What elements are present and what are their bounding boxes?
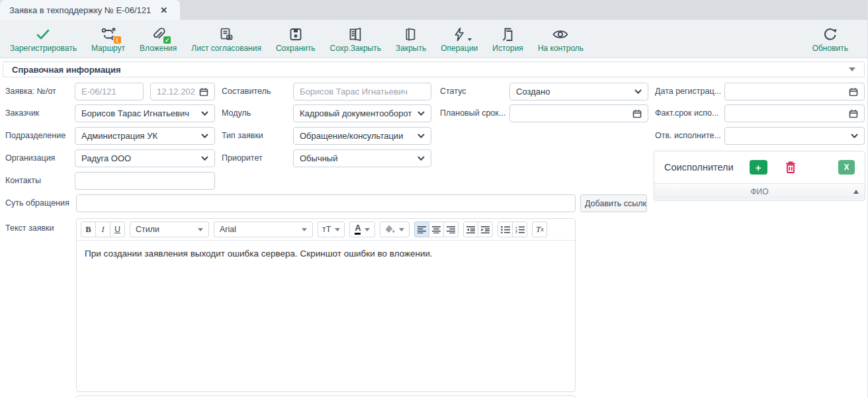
check-icon xyxy=(35,26,51,42)
chevron-down-icon xyxy=(201,111,208,116)
module-select[interactable]: Кадровый документооборот xyxy=(293,104,431,122)
collapse-chevron-icon[interactable] xyxy=(849,67,855,71)
underline-button[interactable]: U xyxy=(110,221,125,237)
history-icon xyxy=(500,26,516,42)
attachments-button[interactable]: ✓ Вложения xyxy=(132,24,184,55)
numbered-list-button[interactable]: 123 xyxy=(512,221,527,237)
calendar-icon[interactable] xyxy=(632,109,642,118)
close-button[interactable]: Закрыть xyxy=(388,24,433,55)
organization-label: Организация xyxy=(5,153,55,163)
subject-field[interactable] xyxy=(76,194,576,212)
customer-label: Заказчик xyxy=(5,108,39,118)
calendar-icon[interactable] xyxy=(849,87,858,97)
export-excel-button[interactable]: X xyxy=(838,160,855,175)
align-group xyxy=(414,221,458,237)
tab-close-icon[interactable]: ✕ xyxy=(160,6,167,15)
customer-select[interactable]: Борисов Тарас Игнатьевич xyxy=(75,104,215,122)
rich-text-editor: B I U Стили Arial тТ A xyxy=(76,218,576,392)
add-coexecutor-button[interactable]: + xyxy=(750,160,767,175)
align-left-button[interactable] xyxy=(414,221,429,237)
subject-label: Суть обращения xyxy=(5,198,69,208)
approval-sheet-button[interactable]: Лист согласования xyxy=(184,24,269,55)
request-number-field[interactable]: Е-06/121 xyxy=(75,83,144,100)
chevron-down-icon xyxy=(198,228,203,231)
save-close-button[interactable]: Сохр.Закрыть xyxy=(323,24,388,55)
control-button[interactable]: На контроль xyxy=(531,24,591,55)
calendar-icon[interactable] xyxy=(199,87,208,97)
coexecutors-header: Соисполнители + X xyxy=(654,151,865,183)
registration-date-field[interactable] xyxy=(724,83,865,100)
background-color-button[interactable] xyxy=(380,221,410,237)
department-label: Подразделение xyxy=(5,131,65,140)
save-icon xyxy=(288,26,304,42)
contacts-label: Контакты xyxy=(5,176,41,185)
indent-button[interactable] xyxy=(478,221,493,237)
contacts-field[interactable] xyxy=(75,172,215,190)
route-button[interactable]: ! Маршрут xyxy=(84,24,132,55)
align-right-button[interactable] xyxy=(443,221,458,237)
planned-term-field[interactable] xyxy=(509,104,648,122)
list-group: 123 xyxy=(498,221,527,237)
chevron-down-icon xyxy=(417,156,425,161)
chevron-down-icon xyxy=(201,156,208,161)
font-family-select[interactable]: Arial xyxy=(214,221,313,237)
delete-coexecutor-button[interactable] xyxy=(785,161,797,174)
chevron-down-icon xyxy=(365,228,370,231)
author-field[interactable]: Борисов Тарас Игнатьевич xyxy=(293,83,431,100)
request-type-select[interactable]: Обращение/консультации xyxy=(293,127,431,145)
fact-term-field[interactable] xyxy=(724,104,865,122)
main-toolbar: Зарегистрировать ! Маршрут ✓ Вложения xyxy=(0,20,867,58)
priority-label: Приоритет xyxy=(222,153,263,163)
operations-button[interactable]: Операции xyxy=(433,24,485,55)
refresh-icon xyxy=(822,26,838,42)
clear-formatting-button[interactable]: Tx xyxy=(532,221,547,237)
body-text-label: Текст заявки xyxy=(5,223,54,233)
styles-select[interactable]: Стили xyxy=(130,221,209,237)
next-section-edge xyxy=(76,395,576,398)
tab-active[interactable]: Заявка в техподдержку № Е-06/121 ✕ xyxy=(0,0,180,20)
sort-ascending-icon xyxy=(853,190,859,194)
clear-group: Tx xyxy=(532,221,547,237)
history-button[interactable]: История xyxy=(485,24,531,55)
organization-select[interactable]: Радуга ООО xyxy=(75,149,215,167)
outdent-button[interactable] xyxy=(463,221,478,237)
chevron-down-icon xyxy=(417,111,425,116)
request-date-field[interactable]: 12.12.2022 xyxy=(150,83,215,100)
coexecutors-panel: Соисполнители + X ФИО xyxy=(654,151,865,201)
approval-sheet-icon xyxy=(218,26,234,42)
align-center-button[interactable] xyxy=(429,221,444,237)
refresh-button[interactable]: Обновить xyxy=(805,24,855,55)
coexecutors-column-header-fio[interactable]: ФИО xyxy=(654,183,865,200)
indent-group xyxy=(463,221,493,237)
text-color-button[interactable]: A xyxy=(349,221,375,237)
bullet-list-button[interactable] xyxy=(498,221,513,237)
section-header-reference-info[interactable]: Справочная информация xyxy=(3,61,865,77)
app-window: Заявка в техподдержку № Е-06/121 ✕ Зарег… xyxy=(0,0,868,398)
chevron-down-icon xyxy=(634,89,642,95)
chevron-down-icon xyxy=(851,134,858,139)
register-button[interactable]: Зарегистрировать xyxy=(3,24,84,55)
chevron-down-icon xyxy=(302,228,307,231)
author-label: Составитель xyxy=(222,87,271,96)
editor-body-text[interactable]: При создании заявления выходит ошибка се… xyxy=(77,241,575,391)
add-link-button[interactable]: Добавить ссылку xyxy=(580,194,647,212)
responsible-label: Отв. исполните... xyxy=(655,131,721,140)
calendar-icon[interactable] xyxy=(849,109,858,118)
eye-icon xyxy=(552,26,569,42)
status-select[interactable]: Создано xyxy=(509,83,648,100)
italic-button[interactable]: I xyxy=(95,221,110,237)
close-door-icon xyxy=(403,26,419,42)
responsible-select[interactable] xyxy=(724,127,865,145)
tab-bar: Заявка в техподдержку № Е-06/121 ✕ xyxy=(0,0,867,20)
save-button[interactable]: Сохранить xyxy=(269,24,323,55)
bold-button[interactable]: B xyxy=(81,221,96,237)
department-select[interactable]: Администрация УК xyxy=(75,127,215,145)
status-label: Статус xyxy=(440,87,466,96)
coexecutors-title: Соисполнители xyxy=(664,162,734,173)
font-size-select[interactable]: тТ xyxy=(318,221,345,237)
tab-title: Заявка в техподдержку № Е-06/121 xyxy=(9,5,151,15)
priority-select[interactable]: Обычный xyxy=(293,149,431,167)
svg-text:3: 3 xyxy=(515,231,517,233)
operations-lightning-icon xyxy=(451,26,467,42)
paperclip-icon: ✓ xyxy=(150,26,166,42)
